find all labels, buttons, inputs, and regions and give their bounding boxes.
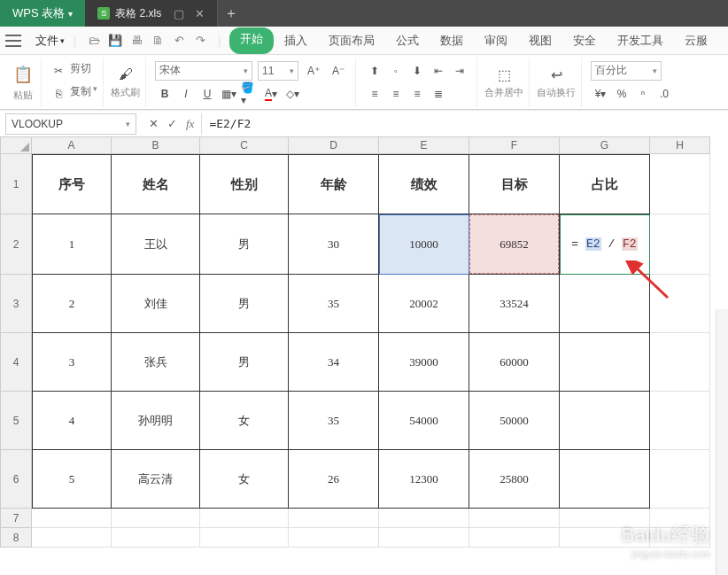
cell-B3[interactable]: 刘佳 bbox=[112, 275, 200, 333]
cell-H6[interactable] bbox=[650, 450, 710, 509]
col-header-A[interactable]: A bbox=[32, 136, 112, 154]
tab-security[interactable]: 安全 bbox=[562, 27, 607, 54]
cell-A1[interactable]: 序号 bbox=[32, 154, 112, 214]
row-header-5[interactable]: 5 bbox=[0, 392, 32, 450]
highlight-icon[interactable]: ◇▾ bbox=[283, 84, 302, 104]
save-icon[interactable]: 💾 bbox=[106, 32, 124, 50]
cell-A7[interactable] bbox=[32, 509, 112, 528]
tab-view[interactable]: 视图 bbox=[518, 27, 562, 54]
tab-formula[interactable]: 公式 bbox=[385, 27, 430, 54]
cell-E8[interactable] bbox=[379, 528, 469, 548]
cut-label[interactable]: 剪切 bbox=[70, 61, 91, 81]
cell-B7[interactable] bbox=[112, 509, 200, 528]
row-header-8[interactable]: 8 bbox=[0, 528, 32, 548]
cell-B8[interactable] bbox=[112, 528, 200, 548]
col-header-H[interactable]: H bbox=[650, 136, 710, 154]
cell-F6[interactable]: 25800 bbox=[469, 450, 560, 509]
merge-cells-icon[interactable]: ⬚ bbox=[494, 65, 514, 84]
increase-decimal-icon[interactable]: .0 bbox=[654, 84, 674, 104]
percent-icon[interactable]: % bbox=[612, 84, 631, 104]
underline-icon[interactable]: U bbox=[197, 84, 217, 104]
cell-E1[interactable]: 绩效 bbox=[379, 154, 469, 214]
cell-H3[interactable] bbox=[650, 275, 710, 333]
cell-G3[interactable] bbox=[560, 275, 650, 333]
cell-F1[interactable]: 目标 bbox=[469, 154, 560, 214]
italic-icon[interactable]: I bbox=[176, 84, 196, 104]
document-tab[interactable]: S 表格 2.xls ▢ ✕ bbox=[85, 0, 218, 27]
cell-A6[interactable]: 5 bbox=[32, 450, 112, 509]
col-header-B[interactable]: B bbox=[112, 136, 200, 154]
indent-decrease-icon[interactable]: ⇤ bbox=[429, 61, 448, 81]
row-header-2[interactable]: 2 bbox=[0, 214, 32, 275]
select-all-corner[interactable] bbox=[0, 136, 32, 154]
cell-F7[interactable] bbox=[469, 509, 560, 528]
cancel-formula-icon[interactable]: ✕ bbox=[149, 117, 159, 130]
font-size-combo[interactable]: 11▾ bbox=[258, 61, 298, 81]
cell-H1[interactable] bbox=[650, 154, 710, 214]
cell-F5[interactable]: 50000 bbox=[469, 392, 560, 450]
cell-E6[interactable]: 12300 bbox=[379, 450, 469, 509]
cell-D2[interactable]: 30 bbox=[289, 214, 379, 275]
number-format-combo[interactable]: 百分比▾ bbox=[591, 61, 662, 81]
align-left-icon[interactable]: ≡ bbox=[365, 84, 384, 104]
undo-icon[interactable]: ↶ bbox=[170, 32, 188, 50]
cell-D8[interactable] bbox=[289, 528, 379, 548]
cell-E3[interactable]: 20002 bbox=[379, 275, 469, 333]
justify-icon[interactable]: ≣ bbox=[429, 84, 448, 104]
font-name-combo[interactable]: 宋体▾ bbox=[155, 61, 252, 81]
row-header-1[interactable]: 1 bbox=[0, 154, 32, 214]
currency-icon[interactable]: ¥▾ bbox=[591, 84, 610, 104]
col-header-D[interactable]: D bbox=[289, 136, 379, 154]
restore-icon[interactable]: ▢ bbox=[174, 7, 184, 20]
cell-G2[interactable]: = E2 / F2 bbox=[560, 214, 650, 275]
align-middle-icon[interactable]: ◦ bbox=[386, 61, 406, 81]
cell-H2[interactable] bbox=[650, 214, 710, 275]
row-header-3[interactable]: 3 bbox=[0, 275, 32, 333]
close-icon[interactable]: ✕ bbox=[195, 7, 205, 20]
cell-D7[interactable] bbox=[289, 509, 379, 528]
cell-C4[interactable]: 男 bbox=[200, 333, 289, 392]
cell-G5[interactable] bbox=[560, 392, 650, 450]
bold-icon[interactable]: B bbox=[155, 84, 174, 104]
cell-F2[interactable]: 69852 bbox=[469, 214, 560, 275]
cell-D5[interactable]: 35 bbox=[289, 392, 379, 450]
wrap-text-icon[interactable]: ↩ bbox=[546, 65, 566, 84]
cell-H4[interactable] bbox=[650, 333, 710, 392]
borders-icon[interactable]: ▦▾ bbox=[219, 84, 238, 104]
copy-icon[interactable]: ⎘ bbox=[49, 84, 68, 104]
format-painter-icon[interactable]: 🖌 bbox=[116, 65, 136, 84]
cell-G6[interactable] bbox=[560, 450, 650, 509]
cell-B4[interactable]: 张兵 bbox=[112, 333, 200, 392]
cell-F8[interactable] bbox=[469, 528, 560, 548]
chevron-down-icon[interactable]: ▾ bbox=[126, 120, 130, 128]
print-icon[interactable]: 🖶 bbox=[128, 32, 145, 50]
cell-G4[interactable] bbox=[560, 333, 650, 392]
align-bottom-icon[interactable]: ⬇ bbox=[407, 61, 427, 81]
tab-insert[interactable]: 插入 bbox=[274, 27, 318, 54]
tab-review[interactable]: 审阅 bbox=[474, 27, 518, 54]
cell-A5[interactable]: 4 bbox=[32, 392, 112, 450]
cell-D1[interactable]: 年龄 bbox=[289, 154, 379, 214]
copy-label[interactable]: 复制 bbox=[70, 84, 91, 104]
cell-C6[interactable]: 女 bbox=[200, 450, 289, 509]
cell-A3[interactable]: 2 bbox=[32, 275, 112, 333]
redo-icon[interactable]: ↷ bbox=[191, 32, 209, 50]
spreadsheet-grid[interactable]: ABCDEFGH 12345678 序号姓名性别年龄绩效目标占比1王以男3010… bbox=[0, 136, 728, 575]
formula-input[interactable] bbox=[201, 113, 728, 135]
increase-font-icon[interactable]: A⁺ bbox=[304, 61, 323, 81]
vertical-scrollbar[interactable] bbox=[716, 309, 728, 575]
cell-F4[interactable]: 60000 bbox=[469, 333, 560, 392]
cell-A8[interactable] bbox=[32, 528, 112, 548]
cell-A2[interactable]: 1 bbox=[32, 214, 112, 275]
comma-icon[interactable]: ⁿ bbox=[633, 84, 653, 104]
file-menu[interactable]: 文件▾ bbox=[28, 29, 72, 52]
tab-devtools[interactable]: 开发工具 bbox=[607, 27, 674, 54]
col-header-F[interactable]: F bbox=[469, 136, 560, 154]
cell-A4[interactable]: 3 bbox=[32, 333, 112, 392]
align-right-icon[interactable]: ≡ bbox=[407, 84, 427, 104]
cell-G1[interactable]: 占比 bbox=[560, 154, 650, 214]
new-tab-button[interactable]: ＋ bbox=[218, 0, 244, 27]
col-header-C[interactable]: C bbox=[200, 136, 289, 154]
cell-C2[interactable]: 男 bbox=[200, 214, 289, 275]
cell-C5[interactable]: 女 bbox=[200, 392, 289, 450]
